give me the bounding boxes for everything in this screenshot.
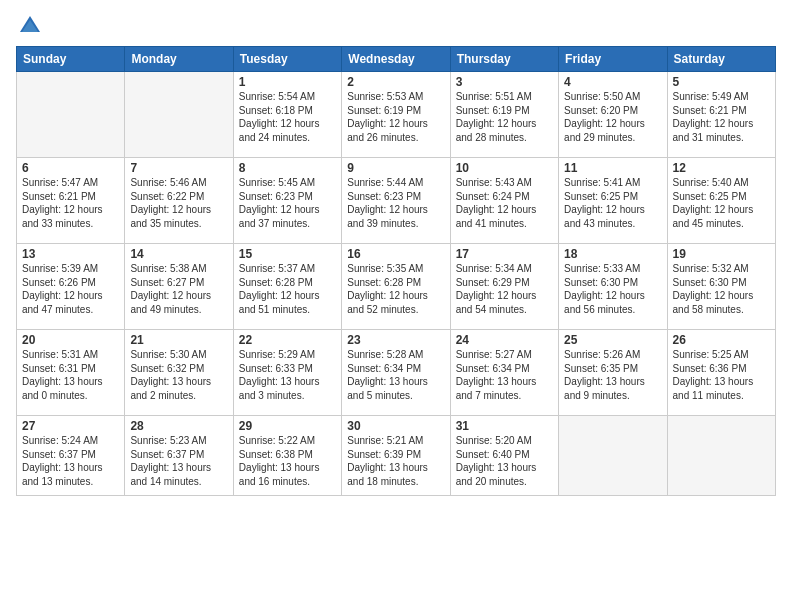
day-info: Sunrise: 5:24 AM Sunset: 6:37 PM Dayligh… bbox=[22, 434, 119, 488]
calendar-cell: 29Sunrise: 5:22 AM Sunset: 6:38 PM Dayli… bbox=[233, 416, 341, 496]
day-info: Sunrise: 5:29 AM Sunset: 6:33 PM Dayligh… bbox=[239, 348, 336, 402]
day-info: Sunrise: 5:33 AM Sunset: 6:30 PM Dayligh… bbox=[564, 262, 661, 316]
day-number: 12 bbox=[673, 161, 770, 175]
calendar-cell: 13Sunrise: 5:39 AM Sunset: 6:26 PM Dayli… bbox=[17, 244, 125, 330]
day-info: Sunrise: 5:27 AM Sunset: 6:34 PM Dayligh… bbox=[456, 348, 553, 402]
logo bbox=[16, 12, 48, 40]
day-number: 20 bbox=[22, 333, 119, 347]
day-info: Sunrise: 5:50 AM Sunset: 6:20 PM Dayligh… bbox=[564, 90, 661, 144]
day-number: 13 bbox=[22, 247, 119, 261]
calendar-cell bbox=[667, 416, 775, 496]
calendar-cell: 12Sunrise: 5:40 AM Sunset: 6:25 PM Dayli… bbox=[667, 158, 775, 244]
day-number: 10 bbox=[456, 161, 553, 175]
calendar-cell: 3Sunrise: 5:51 AM Sunset: 6:19 PM Daylig… bbox=[450, 72, 558, 158]
day-number: 22 bbox=[239, 333, 336, 347]
day-info: Sunrise: 5:26 AM Sunset: 6:35 PM Dayligh… bbox=[564, 348, 661, 402]
calendar-cell: 21Sunrise: 5:30 AM Sunset: 6:32 PM Dayli… bbox=[125, 330, 233, 416]
calendar-cell: 23Sunrise: 5:28 AM Sunset: 6:34 PM Dayli… bbox=[342, 330, 450, 416]
calendar-cell bbox=[17, 72, 125, 158]
day-info: Sunrise: 5:44 AM Sunset: 6:23 PM Dayligh… bbox=[347, 176, 444, 230]
day-info: Sunrise: 5:35 AM Sunset: 6:28 PM Dayligh… bbox=[347, 262, 444, 316]
day-info: Sunrise: 5:47 AM Sunset: 6:21 PM Dayligh… bbox=[22, 176, 119, 230]
calendar-cell: 25Sunrise: 5:26 AM Sunset: 6:35 PM Dayli… bbox=[559, 330, 667, 416]
calendar-cell bbox=[559, 416, 667, 496]
calendar-header-thursday: Thursday bbox=[450, 47, 558, 72]
calendar-week-row: 20Sunrise: 5:31 AM Sunset: 6:31 PM Dayli… bbox=[17, 330, 776, 416]
day-number: 9 bbox=[347, 161, 444, 175]
calendar-cell: 7Sunrise: 5:46 AM Sunset: 6:22 PM Daylig… bbox=[125, 158, 233, 244]
calendar-cell: 17Sunrise: 5:34 AM Sunset: 6:29 PM Dayli… bbox=[450, 244, 558, 330]
calendar-header-monday: Monday bbox=[125, 47, 233, 72]
day-info: Sunrise: 5:41 AM Sunset: 6:25 PM Dayligh… bbox=[564, 176, 661, 230]
day-info: Sunrise: 5:21 AM Sunset: 6:39 PM Dayligh… bbox=[347, 434, 444, 488]
calendar-cell: 30Sunrise: 5:21 AM Sunset: 6:39 PM Dayli… bbox=[342, 416, 450, 496]
day-number: 8 bbox=[239, 161, 336, 175]
day-number: 27 bbox=[22, 419, 119, 433]
day-number: 3 bbox=[456, 75, 553, 89]
calendar-cell: 31Sunrise: 5:20 AM Sunset: 6:40 PM Dayli… bbox=[450, 416, 558, 496]
calendar-cell: 19Sunrise: 5:32 AM Sunset: 6:30 PM Dayli… bbox=[667, 244, 775, 330]
day-info: Sunrise: 5:51 AM Sunset: 6:19 PM Dayligh… bbox=[456, 90, 553, 144]
day-info: Sunrise: 5:46 AM Sunset: 6:22 PM Dayligh… bbox=[130, 176, 227, 230]
day-info: Sunrise: 5:32 AM Sunset: 6:30 PM Dayligh… bbox=[673, 262, 770, 316]
calendar-cell: 16Sunrise: 5:35 AM Sunset: 6:28 PM Dayli… bbox=[342, 244, 450, 330]
calendar-cell: 5Sunrise: 5:49 AM Sunset: 6:21 PM Daylig… bbox=[667, 72, 775, 158]
day-number: 26 bbox=[673, 333, 770, 347]
day-info: Sunrise: 5:39 AM Sunset: 6:26 PM Dayligh… bbox=[22, 262, 119, 316]
calendar-cell: 24Sunrise: 5:27 AM Sunset: 6:34 PM Dayli… bbox=[450, 330, 558, 416]
calendar-cell: 26Sunrise: 5:25 AM Sunset: 6:36 PM Dayli… bbox=[667, 330, 775, 416]
day-info: Sunrise: 5:38 AM Sunset: 6:27 PM Dayligh… bbox=[130, 262, 227, 316]
day-number: 2 bbox=[347, 75, 444, 89]
calendar-cell: 11Sunrise: 5:41 AM Sunset: 6:25 PM Dayli… bbox=[559, 158, 667, 244]
day-number: 6 bbox=[22, 161, 119, 175]
day-number: 31 bbox=[456, 419, 553, 433]
day-number: 28 bbox=[130, 419, 227, 433]
day-number: 18 bbox=[564, 247, 661, 261]
day-number: 1 bbox=[239, 75, 336, 89]
day-info: Sunrise: 5:40 AM Sunset: 6:25 PM Dayligh… bbox=[673, 176, 770, 230]
calendar-header-tuesday: Tuesday bbox=[233, 47, 341, 72]
calendar-table: SundayMondayTuesdayWednesdayThursdayFrid… bbox=[16, 46, 776, 496]
calendar-cell: 15Sunrise: 5:37 AM Sunset: 6:28 PM Dayli… bbox=[233, 244, 341, 330]
day-number: 17 bbox=[456, 247, 553, 261]
calendar-cell: 8Sunrise: 5:45 AM Sunset: 6:23 PM Daylig… bbox=[233, 158, 341, 244]
page: SundayMondayTuesdayWednesdayThursdayFrid… bbox=[0, 0, 792, 612]
day-info: Sunrise: 5:23 AM Sunset: 6:37 PM Dayligh… bbox=[130, 434, 227, 488]
day-number: 25 bbox=[564, 333, 661, 347]
calendar-cell: 6Sunrise: 5:47 AM Sunset: 6:21 PM Daylig… bbox=[17, 158, 125, 244]
calendar-header-sunday: Sunday bbox=[17, 47, 125, 72]
day-info: Sunrise: 5:53 AM Sunset: 6:19 PM Dayligh… bbox=[347, 90, 444, 144]
calendar-cell: 10Sunrise: 5:43 AM Sunset: 6:24 PM Dayli… bbox=[450, 158, 558, 244]
calendar-cell: 28Sunrise: 5:23 AM Sunset: 6:37 PM Dayli… bbox=[125, 416, 233, 496]
day-number: 7 bbox=[130, 161, 227, 175]
header bbox=[16, 12, 776, 40]
day-info: Sunrise: 5:43 AM Sunset: 6:24 PM Dayligh… bbox=[456, 176, 553, 230]
day-info: Sunrise: 5:45 AM Sunset: 6:23 PM Dayligh… bbox=[239, 176, 336, 230]
day-info: Sunrise: 5:54 AM Sunset: 6:18 PM Dayligh… bbox=[239, 90, 336, 144]
calendar-week-row: 13Sunrise: 5:39 AM Sunset: 6:26 PM Dayli… bbox=[17, 244, 776, 330]
day-number: 23 bbox=[347, 333, 444, 347]
calendar-cell bbox=[125, 72, 233, 158]
day-number: 15 bbox=[239, 247, 336, 261]
logo-icon bbox=[16, 12, 44, 40]
day-number: 11 bbox=[564, 161, 661, 175]
calendar-cell: 2Sunrise: 5:53 AM Sunset: 6:19 PM Daylig… bbox=[342, 72, 450, 158]
calendar-header-saturday: Saturday bbox=[667, 47, 775, 72]
calendar-header-row: SundayMondayTuesdayWednesdayThursdayFrid… bbox=[17, 47, 776, 72]
day-number: 4 bbox=[564, 75, 661, 89]
calendar-cell: 14Sunrise: 5:38 AM Sunset: 6:27 PM Dayli… bbox=[125, 244, 233, 330]
calendar-week-row: 6Sunrise: 5:47 AM Sunset: 6:21 PM Daylig… bbox=[17, 158, 776, 244]
calendar-cell: 20Sunrise: 5:31 AM Sunset: 6:31 PM Dayli… bbox=[17, 330, 125, 416]
day-info: Sunrise: 5:49 AM Sunset: 6:21 PM Dayligh… bbox=[673, 90, 770, 144]
day-info: Sunrise: 5:30 AM Sunset: 6:32 PM Dayligh… bbox=[130, 348, 227, 402]
calendar-cell: 9Sunrise: 5:44 AM Sunset: 6:23 PM Daylig… bbox=[342, 158, 450, 244]
day-info: Sunrise: 5:34 AM Sunset: 6:29 PM Dayligh… bbox=[456, 262, 553, 316]
day-number: 19 bbox=[673, 247, 770, 261]
day-info: Sunrise: 5:28 AM Sunset: 6:34 PM Dayligh… bbox=[347, 348, 444, 402]
calendar-cell: 22Sunrise: 5:29 AM Sunset: 6:33 PM Dayli… bbox=[233, 330, 341, 416]
calendar-cell: 1Sunrise: 5:54 AM Sunset: 6:18 PM Daylig… bbox=[233, 72, 341, 158]
calendar-week-row: 27Sunrise: 5:24 AM Sunset: 6:37 PM Dayli… bbox=[17, 416, 776, 496]
day-number: 16 bbox=[347, 247, 444, 261]
day-number: 21 bbox=[130, 333, 227, 347]
day-info: Sunrise: 5:37 AM Sunset: 6:28 PM Dayligh… bbox=[239, 262, 336, 316]
